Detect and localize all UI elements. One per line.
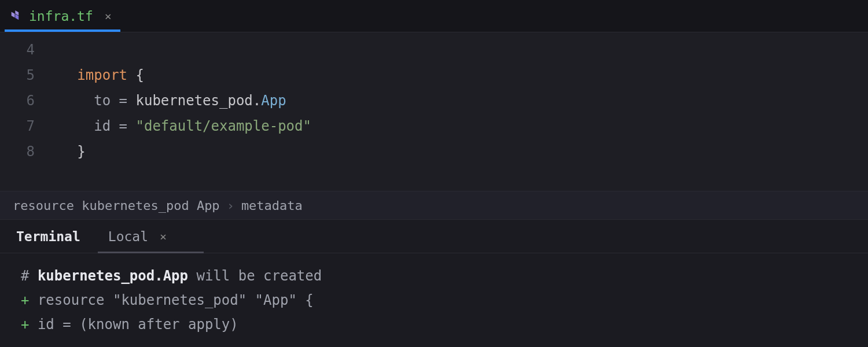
- keyword-import: import: [77, 67, 127, 83]
- code-line: 4: [0, 37, 868, 62]
- terminal-panel: Terminal Local × # kubernetes_pod.App wi…: [0, 220, 868, 347]
- terminal-line: + resource "kubernetes_pod" "App" {: [21, 288, 847, 312]
- terraform-icon: [10, 10, 22, 22]
- breadcrumb-segment[interactable]: metadata: [241, 198, 303, 213]
- terminal-tab-main[interactable]: Terminal: [14, 220, 83, 253]
- brace-open: {: [136, 67, 144, 83]
- attr-to: to: [94, 93, 111, 109]
- equals: =: [119, 118, 127, 134]
- term-text: #: [21, 268, 38, 284]
- terminal-tab-label: Terminal: [16, 229, 80, 244]
- code-editor[interactable]: 4 5 import { 6 to = kubernetes_pod.App 7…: [0, 32, 868, 191]
- tabs-bar: infra.tf ×: [0, 0, 868, 32]
- term-bold: kubernetes_pod.App: [38, 268, 188, 284]
- file-tab[interactable]: infra.tf ×: [0, 0, 122, 32]
- line-number: 6: [0, 93, 52, 109]
- chevron-right-icon: ›: [227, 198, 234, 213]
- breadcrumb-segment[interactable]: resource kubernetes_pod App: [13, 198, 220, 213]
- breadcrumb[interactable]: resource kubernetes_pod App › metadata: [0, 191, 868, 220]
- line-number: 7: [0, 118, 52, 134]
- terminal-tab-local[interactable]: Local ×: [106, 220, 169, 253]
- term-text: will be created: [188, 268, 322, 284]
- term-plus: +: [21, 292, 29, 308]
- terminal-output[interactable]: # kubernetes_pod.App will be created + r…: [0, 253, 868, 347]
- terminal-tab-label: Local: [108, 229, 148, 244]
- code-line: 8 }: [0, 139, 868, 164]
- term-plus: +: [21, 316, 29, 333]
- line-number: 8: [0, 143, 52, 160]
- term-text: id = (known after apply): [29, 316, 238, 333]
- equals: =: [119, 93, 127, 109]
- code-line: 5 import {: [0, 62, 868, 88]
- brace-close: }: [77, 143, 85, 160]
- line-number: 5: [0, 67, 52, 83]
- identifier: kubernetes_pod: [136, 93, 253, 109]
- close-icon[interactable]: ×: [105, 9, 112, 23]
- file-tab-label: infra.tf: [29, 9, 93, 24]
- close-icon[interactable]: ×: [160, 230, 167, 243]
- active-tab-indicator: [5, 29, 120, 32]
- line-number: 4: [0, 42, 52, 58]
- terminal-line: + id = (known after apply): [21, 312, 847, 337]
- terminal-tabs: Terminal Local ×: [0, 220, 868, 253]
- tab-underline: [98, 252, 204, 253]
- term-text: resource "kubernetes_pod" "App" {: [29, 292, 313, 308]
- code-line: 7 id = "default/example-pod": [0, 113, 868, 139]
- dot: .: [253, 93, 261, 109]
- property: App: [261, 93, 286, 109]
- attr-id: id: [94, 118, 111, 134]
- terminal-line: # kubernetes_pod.App will be created: [21, 264, 847, 288]
- string-literal: "default/example-pod": [136, 118, 311, 134]
- code-line: 6 to = kubernetes_pod.App: [0, 88, 868, 113]
- editor-container: infra.tf × 4 5 import { 6 to = kubernete…: [0, 0, 868, 347]
